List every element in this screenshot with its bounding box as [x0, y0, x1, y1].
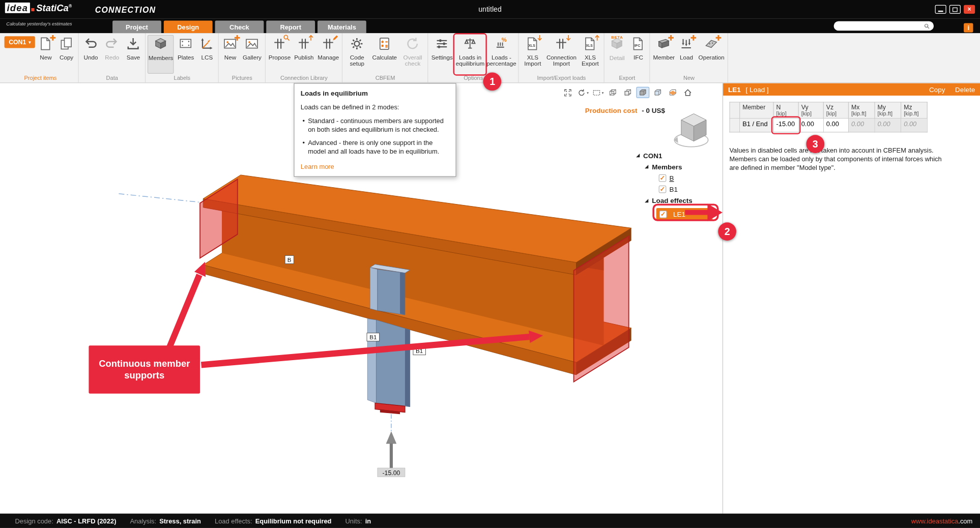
fit-view-button[interactable]: [561, 87, 574, 98]
dropdown-caret-icon: ▾: [602, 90, 604, 95]
row-selector[interactable]: [730, 119, 740, 132]
ribbon-group-data: Undo Redo Save Data: [79, 33, 146, 82]
copy-project-item-button[interactable]: Copy: [56, 35, 76, 74]
checkbox-checked-icon[interactable]: ✓: [659, 186, 667, 193]
table-row: B1 / End -15.00 0.00 0.00 0.00 0.00 0.00: [730, 119, 927, 132]
ifc-icon: [631, 36, 646, 51]
group-label-pictures: Pictures: [221, 74, 264, 82]
manage-button[interactable]: Manage: [316, 35, 340, 74]
select-rect-button[interactable]: ▾: [591, 87, 604, 98]
connection-selector[interactable]: CON1▾: [5, 36, 36, 48]
tree-expander-icon[interactable]: ◢: [645, 198, 652, 203]
members-labels-toggle[interactable]: Members: [148, 35, 174, 74]
plates-labels-toggle[interactable]: Plates: [175, 35, 196, 74]
website-link[interactable]: www.ideastatica.com: [911, 517, 980, 524]
code-setup-button[interactable]: Code setup: [344, 35, 369, 74]
xls-import-button[interactable]: XLS Import: [521, 35, 545, 74]
tab-report[interactable]: Report: [266, 21, 315, 34]
overall-check-button[interactable]: Overall check: [399, 35, 426, 74]
load-effect-type: [ Load ]: [746, 85, 769, 93]
learn-more-link[interactable]: Learn more: [301, 162, 334, 171]
ribbon: CON1▾ New Copy Project items Undo: [0, 33, 980, 83]
rotate-view-button[interactable]: ▾: [577, 87, 590, 98]
hidden-edges-view-button[interactable]: [621, 87, 635, 98]
checkbox-checked-icon[interactable]: ✓: [659, 211, 667, 218]
copy-load-button[interactable]: Copy: [929, 85, 945, 93]
col-vy: Vy[kip]: [798, 102, 823, 119]
group-label-new: New: [652, 74, 726, 82]
application-window: ideaStatiCa® CONNECTION untitled × i Cal…: [0, 0, 980, 528]
loads-percentage-button[interactable]: Loads - percentage: [486, 35, 516, 74]
tree-expander-icon[interactable]: ◢: [636, 153, 643, 158]
search-input[interactable]: [838, 22, 924, 30]
ifc-export-button[interactable]: IFC: [629, 35, 648, 74]
cell-vz[interactable]: 0.00: [823, 119, 848, 132]
navigation-cube-icon[interactable]: [673, 111, 715, 150]
redo-button[interactable]: Redo: [102, 35, 122, 74]
minimize-button[interactable]: [935, 5, 946, 14]
settings-button[interactable]: Settings: [430, 35, 454, 74]
new-load-button[interactable]: Load: [677, 35, 696, 74]
group-label-options: Options: [430, 74, 516, 82]
wireframe-view-button[interactable]: [606, 87, 619, 98]
calculate-button[interactable]: Calculate: [371, 35, 398, 74]
xls-export-button[interactable]: XLS Export: [579, 35, 602, 74]
connection-import-button[interactable]: Connection Import: [546, 35, 577, 74]
save-button[interactable]: Save: [123, 35, 143, 74]
new-project-item-button[interactable]: New: [37, 35, 55, 74]
checkbox-checked-icon[interactable]: ✓: [659, 174, 667, 182]
tree-expander-icon[interactable]: ◢: [645, 164, 652, 169]
search-box[interactable]: [834, 21, 934, 31]
publish-button[interactable]: Publish: [293, 35, 315, 74]
tree-item-member-b[interactable]: ✓B: [636, 172, 723, 184]
new-operation-button[interactable]: Operation: [697, 35, 726, 74]
tab-check[interactable]: Check: [215, 21, 264, 34]
lcs-labels-toggle[interactable]: LCS: [198, 35, 217, 74]
tree-group-members[interactable]: ◢Members: [636, 161, 723, 172]
loads-equilibrium-icon: [463, 36, 477, 51]
load-arrow[interactable]: [386, 432, 396, 472]
delete-load-button[interactable]: Delete: [955, 85, 975, 93]
dropdown-caret-icon: ▾: [587, 90, 589, 95]
home-view-button[interactable]: [681, 87, 695, 98]
group-label-cbfem: CBFEM: [344, 74, 426, 82]
tooltip-intro: Loads can be defined in 2 modes:: [301, 103, 449, 112]
transparent-view-button[interactable]: [651, 87, 665, 98]
title-bar: ideaStatiCa® CONNECTION untitled ×: [0, 0, 980, 19]
redo-icon: [105, 36, 120, 51]
tab-project[interactable]: Project: [112, 21, 161, 34]
tree-item-con1[interactable]: ◢CON1: [636, 150, 723, 161]
undo-button[interactable]: Undo: [81, 35, 101, 74]
disabled-cells-note: Values in disabled cells are not taken i…: [729, 146, 942, 172]
tab-design[interactable]: Design: [164, 21, 213, 34]
cube-hidden-edges-icon: [623, 88, 632, 97]
new-picture-button[interactable]: New: [221, 35, 240, 74]
col-mz: Mz[kip.ft]: [901, 102, 928, 119]
annotation-arrow-left: [168, 262, 206, 350]
cell-n[interactable]: -15.00: [773, 119, 798, 132]
propose-button[interactable]: Propose: [268, 35, 292, 74]
loads-in-equilibrium-button[interactable]: Loads in equilibrium 1: [455, 35, 485, 74]
close-button[interactable]: ×: [964, 5, 975, 14]
new-member-button[interactable]: Member: [652, 35, 676, 74]
group-label-export: Export: [607, 74, 648, 82]
annotation-arrow-le1-head: [707, 203, 722, 221]
home-view-icon: [683, 88, 693, 97]
ribbon-group-export: BETA Detail IFC Export: [604, 33, 650, 82]
cell-mz: 0.00: [901, 119, 928, 132]
tree-item-member-b1[interactable]: ✓B1: [636, 184, 723, 195]
section-view-button[interactable]: [666, 87, 679, 98]
col-n: N[kip]: [773, 102, 798, 119]
plus-icon: [714, 34, 723, 42]
info-button[interactable]: i: [964, 23, 973, 32]
plus-icon: [234, 34, 242, 42]
gallery-button[interactable]: Gallery: [241, 35, 263, 74]
solid-view-button[interactable]: [636, 87, 649, 98]
annotation-arrow-le1: [685, 210, 709, 215]
detail-export-button[interactable]: BETA Detail: [607, 35, 628, 74]
maximize-button[interactable]: [949, 5, 961, 14]
ribbon-group-pictures: New Gallery Pictures: [219, 33, 266, 82]
tab-materials[interactable]: Materials: [318, 21, 366, 34]
cell-vy[interactable]: 0.00: [798, 119, 823, 132]
svg-text:B1: B1: [369, 334, 377, 340]
